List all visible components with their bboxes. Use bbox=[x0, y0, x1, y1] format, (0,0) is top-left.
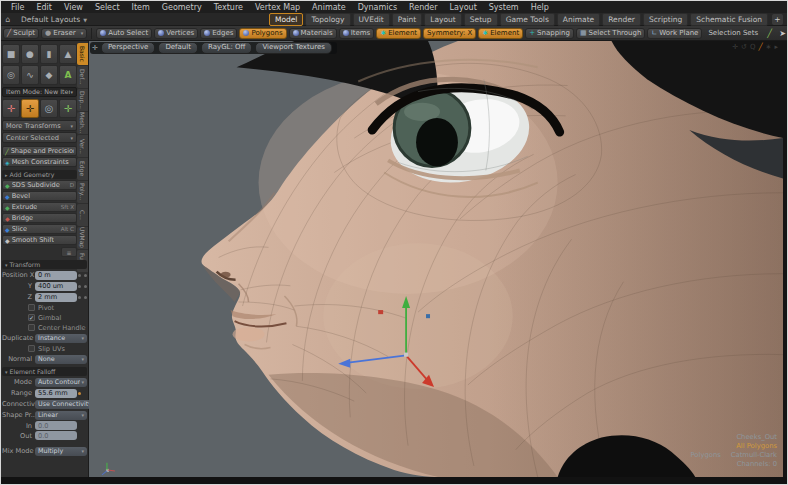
field-stepper[interactable] bbox=[77, 274, 87, 277]
more-transforms-dropdown[interactable]: More Transforms▾ bbox=[2, 120, 77, 131]
gizmo-center[interactable] bbox=[404, 353, 408, 357]
center-handle-checkbox[interactable] bbox=[28, 324, 35, 331]
layout-tab[interactable]: Paint bbox=[392, 13, 423, 26]
menu-item[interactable]: Layout bbox=[444, 3, 483, 12]
mesh-constraints-button[interactable]: ◈Mesh Constraints bbox=[2, 157, 77, 167]
cylinder-icon[interactable]: ▮ bbox=[40, 44, 58, 64]
falloff-button[interactable]: ∗Element bbox=[478, 28, 523, 39]
position-x-field[interactable]: 0 m bbox=[35, 271, 77, 280]
capsule-icon[interactable]: ◆ bbox=[40, 65, 58, 85]
panel-tab[interactable]: Poly... bbox=[77, 181, 88, 203]
work-plane-button[interactable]: ∟Work Plane bbox=[647, 28, 702, 39]
layout-tab[interactable]: Setup bbox=[464, 13, 498, 26]
layout-tab[interactable]: UVEdit bbox=[353, 13, 390, 26]
select-through-button[interactable]: ▦Select Through bbox=[576, 28, 645, 39]
viewport-grid-icon[interactable]: ✛ bbox=[92, 44, 98, 52]
pan-icon[interactable]: ✛ bbox=[732, 43, 738, 51]
selection-sets-button[interactable]: Selection Sets bbox=[704, 28, 762, 39]
menu-item[interactable]: File bbox=[5, 3, 30, 12]
sphere-icon[interactable]: ● bbox=[21, 44, 39, 64]
torus-icon[interactable]: ◎ bbox=[2, 65, 20, 85]
gimbal-checkbox[interactable]: ✓ bbox=[28, 314, 35, 321]
field-stepper[interactable] bbox=[77, 296, 87, 299]
shape-preset-dropdown[interactable]: Linear▾ bbox=[35, 411, 87, 420]
transform-tool-icon[interactable]: ✛ bbox=[21, 99, 39, 118]
soft-drag-tool-icon[interactable]: ◎ bbox=[40, 99, 58, 118]
field-stepper[interactable] bbox=[77, 392, 87, 395]
mode-dropdown[interactable]: Auto Contour▾ bbox=[35, 378, 87, 387]
cube-icon[interactable]: ■ bbox=[2, 44, 20, 64]
add-geometry-header[interactable]: ▸Add Geometry bbox=[2, 170, 77, 179]
transform-header[interactable]: ▾Transform bbox=[2, 260, 87, 269]
menu-item[interactable]: Dynamics bbox=[352, 3, 403, 12]
layout-switcher[interactable]: Default Layouts▼ bbox=[15, 15, 93, 24]
layout-tab[interactable]: Render bbox=[602, 13, 641, 26]
normal-dropdown[interactable]: None▾ bbox=[35, 355, 87, 364]
zoom-icon[interactable]: Q bbox=[750, 43, 756, 51]
panel-tab[interactable]: Edge bbox=[77, 158, 88, 180]
move-tool-icon[interactable]: ✛ bbox=[2, 99, 20, 118]
menu-item[interactable]: View bbox=[58, 3, 89, 12]
panel-tab[interactable]: Def... bbox=[77, 66, 88, 88]
panel-tab[interactable]: C... bbox=[77, 204, 88, 226]
item-mode-dropdown[interactable]: Item Mode: New Item▾ bbox=[2, 87, 77, 97]
geometry-command[interactable]: ◆Bridge bbox=[2, 213, 77, 223]
projection-button[interactable]: Perspective bbox=[101, 42, 156, 54]
menu-item[interactable]: Select bbox=[89, 3, 126, 12]
model-canvas[interactable] bbox=[89, 41, 783, 477]
cursor-icon[interactable]: ➤ bbox=[777, 28, 788, 39]
action-center-button[interactable]: ∗Element bbox=[376, 28, 421, 39]
panel-tab[interactable]: Basic bbox=[77, 43, 88, 65]
menu-item[interactable]: System bbox=[483, 3, 525, 12]
add-tab-button[interactable]: + bbox=[772, 14, 783, 25]
home-icon[interactable]: ⌂ bbox=[1, 15, 15, 24]
panel-tab[interactable]: Mesh... bbox=[77, 112, 88, 134]
layout-tab[interactable]: Schematic Fusion bbox=[690, 13, 768, 26]
out-field[interactable]: 0.0 bbox=[35, 431, 77, 440]
selected-vertex-red[interactable] bbox=[378, 310, 383, 314]
field-stepper[interactable] bbox=[77, 285, 87, 288]
settings-icon[interactable]: ∗ bbox=[766, 43, 772, 51]
menu-icon[interactable]: ▸ bbox=[774, 43, 778, 51]
curve-tool-icon[interactable]: ∿ bbox=[21, 65, 39, 85]
range-field[interactable]: 55.6 mm bbox=[35, 389, 77, 398]
selection-mode-button[interactable]: Items bbox=[339, 28, 375, 39]
menu-item[interactable]: Texture bbox=[208, 3, 249, 12]
element-tool-icon[interactable]: ✛ bbox=[59, 99, 77, 118]
in-field[interactable]: 0.0 bbox=[35, 421, 77, 430]
mix-mode-dropdown[interactable]: Multiply▾ bbox=[35, 447, 87, 456]
snapping-button[interactable]: +Snapping bbox=[525, 28, 574, 39]
text-tool-icon[interactable]: A bbox=[59, 65, 77, 85]
panel-tab[interactable]: Dup... bbox=[77, 89, 88, 111]
selection-mode-button[interactable]: Vertices bbox=[154, 28, 198, 39]
position-y-field[interactable]: 400 um bbox=[35, 282, 77, 291]
layout-tab[interactable]: Game Tools bbox=[500, 13, 555, 26]
element-falloff-header[interactable]: ▾Element Falloff bbox=[2, 367, 87, 376]
layout-tab[interactable]: Layout bbox=[424, 13, 462, 26]
shape-precision-button[interactable]: ╱Shape and Precision bbox=[2, 146, 77, 156]
menu-item[interactable]: Geometry bbox=[156, 3, 208, 12]
layout-tab[interactable]: Animate bbox=[557, 13, 600, 26]
geometry-command[interactable]: ◆Smooth Shift bbox=[2, 235, 77, 245]
draw-icon[interactable]: ╱ bbox=[758, 43, 762, 51]
layout-tab[interactable]: Model bbox=[269, 13, 304, 26]
layout-tab[interactable]: Scripting bbox=[643, 13, 688, 26]
brush-icon[interactable]: ╱ bbox=[764, 28, 775, 39]
selection-mode-button[interactable]: Polygons bbox=[239, 28, 286, 39]
selection-mode-button[interactable]: Auto Select bbox=[96, 28, 152, 39]
menu-item[interactable]: Vertex Map bbox=[249, 3, 306, 12]
pivot-checkbox[interactable] bbox=[28, 304, 35, 311]
raygl-button[interactable]: RayGL: Off bbox=[201, 42, 252, 54]
position-z-field[interactable]: 2 mm bbox=[35, 293, 77, 302]
geometry-command[interactable]: ◆Bevel bbox=[2, 191, 77, 201]
duplicate-dropdown[interactable]: Instance▾ bbox=[35, 334, 87, 343]
viewport-3d[interactable]: ✛ Perspective Default RayGL: Off Viewpor… bbox=[89, 41, 783, 477]
center-selected-dropdown[interactable]: Center Selected▾ bbox=[2, 132, 77, 143]
geometry-more-button[interactable]: ≡ bbox=[61, 247, 77, 257]
viewport-textures-button[interactable]: Viewport Textures bbox=[255, 42, 331, 54]
eraser-button[interactable]: ●Eraser▾ bbox=[41, 28, 87, 39]
layout-tab[interactable]: Topology bbox=[305, 13, 350, 26]
selection-mode-button[interactable]: Materials bbox=[289, 28, 337, 39]
panel-tab[interactable]: Ver... bbox=[77, 135, 88, 157]
sculpt-button[interactable]: ╱Sculpt bbox=[3, 28, 39, 39]
